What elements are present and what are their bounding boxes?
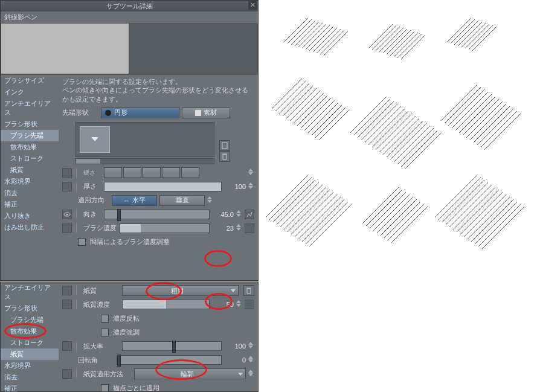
scale-value[interactable]: 100 — [224, 342, 246, 350]
interval-adjust-checkbox[interactable] — [78, 238, 86, 246]
texture-toggle[interactable] — [62, 286, 72, 295]
cat2-erase[interactable]: 消去 — [1, 371, 59, 383]
scale-slider[interactable] — [122, 341, 222, 351]
texture-density-stepper[interactable] — [236, 300, 242, 309]
texture-label: 紙質 — [83, 286, 120, 295]
direction-show-icon[interactable] — [62, 210, 72, 219]
brush-density-label: ブラシ濃度 — [83, 223, 117, 233]
cat-correction[interactable]: 補正 — [1, 199, 59, 210]
cat-stroke[interactable]: ストローク — [1, 153, 59, 164]
hardness-stepper[interactable] — [248, 169, 254, 177]
svg-line-102 — [449, 185, 492, 227]
rotation-value[interactable]: 0 — [224, 356, 246, 364]
cat-ink[interactable]: インク — [1, 86, 59, 98]
svg-line-83 — [291, 192, 333, 234]
cat2-brush-shape[interactable]: ブラシ形状 — [1, 303, 59, 314]
apply-method-stepper[interactable] — [248, 370, 254, 378]
texture-density-value[interactable]: 50 — [212, 301, 234, 308]
tip-shape-material-button[interactable]: 素材 — [182, 108, 230, 118]
cat-brush-shape[interactable]: ブラシ形状 — [1, 118, 59, 130]
cat-brush-tip[interactable]: ブラシ先端 — [1, 130, 59, 141]
cat2-stroke[interactable]: ストローク — [1, 337, 59, 349]
cat-brush-size[interactable]: ブラシサイズ — [1, 75, 59, 86]
brush-density-toggle[interactable] — [62, 223, 72, 233]
per-stroke-checkbox[interactable] — [101, 384, 109, 392]
brush-density-value[interactable]: 23 — [212, 225, 234, 232]
svg-line-37 — [286, 88, 317, 118]
direction-stepper[interactable] — [236, 210, 242, 219]
cat-antialias[interactable]: アンチエイリアス — [1, 98, 59, 118]
tip-shape-circle-button[interactable]: 円形 — [101, 108, 179, 118]
hardness-preset-4[interactable] — [162, 167, 180, 178]
svg-line-51 — [365, 106, 401, 143]
svg-line-104 — [457, 190, 499, 232]
apply-method-dropdown[interactable]: 輪郭 — [134, 368, 246, 379]
hardness-preset-1[interactable] — [104, 167, 122, 178]
cat-texture[interactable]: 紙質 — [1, 164, 59, 176]
cat-watercolor[interactable]: 水彩境界 — [1, 176, 59, 187]
direction-value[interactable]: 45.0 — [212, 211, 234, 218]
thickness-value[interactable]: 100 — [224, 183, 246, 190]
brush-density-slider[interactable] — [120, 223, 210, 233]
svg-line-54 — [376, 114, 412, 150]
hardness-preset-3[interactable] — [143, 167, 161, 178]
svg-line-72 — [474, 106, 510, 143]
svg-line-6 — [295, 22, 319, 46]
rotation-slider[interactable] — [117, 355, 222, 365]
cat2-watercolor[interactable]: 水彩境界 — [1, 360, 59, 371]
scale-stepper[interactable] — [248, 342, 254, 350]
cat-erase[interactable]: 消去 — [1, 187, 59, 199]
cat2-correction[interactable]: 補正 — [1, 383, 59, 392]
invert-density-checkbox[interactable] — [101, 315, 109, 323]
svg-line-85 — [298, 197, 341, 239]
cat2-texture[interactable]: 紙質 — [1, 349, 59, 360]
rotation-stepper[interactable] — [248, 356, 254, 364]
titlebar[interactable]: サブツール詳細 ✕ — [1, 1, 258, 11]
cat-scatter[interactable]: 散布効果 — [1, 141, 59, 153]
hardness-preset-2[interactable] — [123, 167, 141, 178]
direction-slider[interactable] — [104, 210, 210, 219]
texture-density-dynamics-icon[interactable] — [245, 300, 254, 309]
cat-in-out[interactable]: 入り抜き — [1, 210, 59, 222]
link-icon — [76, 182, 81, 191]
cat2-brush-tip[interactable]: ブラシ先端 — [1, 314, 59, 326]
thickness-stepper[interactable] — [248, 182, 254, 191]
brush-density-stepper[interactable] — [236, 224, 242, 233]
tip-add-icon[interactable] — [219, 140, 230, 151]
cat-overflow[interactable]: はみ出し防止 — [1, 222, 59, 233]
svg-line-16 — [372, 25, 396, 50]
chevron-down-icon — [91, 137, 98, 141]
apply-method-value: 輪郭 — [181, 370, 194, 379]
apply-dir-stepper[interactable] — [207, 196, 213, 205]
apply-dir-vertical-button[interactable]: 垂直 — [159, 195, 205, 206]
svg-line-86 — [302, 199, 344, 242]
texture-density-slider[interactable] — [122, 300, 210, 309]
svg-line-63 — [441, 85, 477, 121]
cat2-antialias[interactable]: アンチエイリアス — [1, 282, 59, 303]
svg-line-13 — [320, 30, 344, 54]
svg-line-111 — [482, 207, 524, 249]
tip-image-box[interactable] — [76, 122, 214, 157]
hardness-toggle[interactable] — [62, 168, 72, 178]
direction-dynamics-icon[interactable] — [245, 210, 254, 219]
close-icon[interactable]: ✕ — [248, 1, 257, 10]
cat2-scatter[interactable]: 散布効果 — [1, 326, 59, 337]
emphasize-density-checkbox[interactable] — [101, 329, 109, 336]
thickness-slider[interactable] — [104, 182, 222, 191]
direction-label: 向き — [83, 210, 101, 219]
svg-line-109 — [475, 202, 517, 244]
apply-dir-horizontal-button[interactable]: ↔ 水平 — [112, 195, 157, 206]
link-icon — [76, 210, 81, 219]
texture-density-toggle[interactable] — [62, 300, 72, 309]
tip-image-scroll[interactable] — [76, 158, 214, 164]
tip-delete-icon[interactable] — [219, 151, 230, 162]
hardness-presets — [104, 167, 246, 178]
texture-dropdown[interactable]: 粗目 — [122, 285, 239, 296]
thickness-toggle[interactable] — [62, 182, 72, 191]
tip-thumb[interactable] — [80, 126, 110, 153]
texture-delete-icon[interactable] — [243, 285, 254, 296]
scale-toggle[interactable] — [62, 341, 72, 351]
hardness-preset-5[interactable] — [181, 167, 199, 178]
apply-method-toggle[interactable] — [62, 369, 72, 379]
brush-density-dynamics-icon[interactable] — [245, 223, 254, 233]
